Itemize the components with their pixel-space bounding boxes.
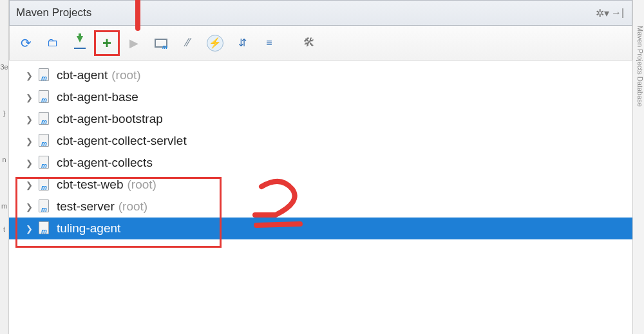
expand-chevron-icon[interactable]: ❯ [26,180,37,190]
maven-module-icon: m [37,156,52,170]
add-maven-project-icon[interactable]: + [97,33,117,53]
maven-module-icon: m [37,112,52,126]
tree-item-test-server[interactable]: ❯mtest-server(root) [9,196,632,218]
maven-module-icon: m [37,199,52,214]
tree-item-cbt-agent-collect-servlet[interactable]: ❯mcbt-agent-collect-servlet [9,130,632,152]
tree-item-label: cbt-agent-base [57,90,138,104]
tree-item-cbt-agent-bootstrap[interactable]: ❯mcbt-agent-bootstrap [9,108,632,130]
tree-item-label: test-server [57,199,115,214]
tree-item-cbt-agent-collects[interactable]: ❯mcbt-agent-collects [9,152,632,174]
expand-chevron-icon[interactable]: ❯ [26,224,37,234]
expand-chevron-icon[interactable]: ❯ [26,136,37,146]
right-tool-tabs[interactable]: Maven Projects Database [632,0,644,334]
maven-module-icon: m [37,178,52,192]
project-tree: ❯mcbt-agent(root)❯mcbt-agent-base❯mcbt-a… [9,60,632,334]
generate-sources-icon[interactable]: 🗀 [43,33,62,53]
tree-item-cbt-test-web[interactable]: ❯mcbt-test-web(root) [9,174,632,196]
tree-item-label: cbt-agent-collect-servlet [57,134,187,148]
skip-tests-icon[interactable]: ⁄⁄ [178,33,198,53]
maven-module-icon: m [37,221,52,236]
hide-panel-icon[interactable]: →| [610,7,625,19]
collapse-all-icon[interactable]: ⇵ [232,33,252,53]
expand-chevron-icon[interactable]: ❯ [26,202,37,212]
tree-item-label: tuling-agent [57,221,120,236]
expand-chevron-icon[interactable]: ❯ [26,93,37,102]
tree-item-label: cbt-agent-bootstrap [57,112,163,126]
maven-module-icon: m [37,90,52,104]
maven-settings-icon[interactable]: 🛠 [299,33,319,53]
editor-gutter: 3e}nmt [0,0,9,334]
tree-item-tuling-agent[interactable]: ❯mtuling-agent [9,218,632,239]
tree-item-cbt-agent-base[interactable]: ❯mcbt-agent-base [9,86,632,108]
tree-item-suffix: (root) [111,68,140,82]
tree-item-suffix: (root) [118,199,147,214]
reimport-icon[interactable]: ⟳ [16,33,35,53]
panel-title: Maven Projects [16,6,594,19]
tree-item-cbt-agent[interactable]: ❯mcbt-agent(root) [9,64,632,86]
expand-all-icon[interactable]: ≡ [260,33,279,53]
run-icon[interactable]: ▶ [124,33,144,53]
panel-titlebar: Maven Projects ✲▾ →| [9,0,632,26]
maven-module-icon: m [37,134,52,148]
tree-item-suffix: (root) [127,178,156,192]
execute-goal-icon[interactable]: m [151,33,171,53]
settings-gear-icon[interactable]: ✲▾ [594,7,610,19]
tree-item-label: cbt-agent [57,68,108,82]
maven-module-icon: m [37,68,52,82]
maven-projects-panel: Maven Projects ✲▾ →| ⟳ 🗀 + ▶ m ⁄⁄ ⚡ ⇵ ≡ … [9,0,632,334]
expand-chevron-icon[interactable]: ❯ [26,115,37,124]
download-sources-icon[interactable] [70,33,90,53]
expand-chevron-icon[interactable]: ❯ [26,158,37,168]
tree-item-label: cbt-test-web [57,178,123,192]
offline-mode-icon[interactable]: ⚡ [205,33,225,53]
maven-toolbar: ⟳ 🗀 + ▶ m ⁄⁄ ⚡ ⇵ ≡ 🛠 [9,26,632,60]
tree-item-label: cbt-agent-collects [57,156,153,170]
expand-chevron-icon[interactable]: ❯ [26,71,37,80]
annotation-highlight-add: + [94,30,120,56]
